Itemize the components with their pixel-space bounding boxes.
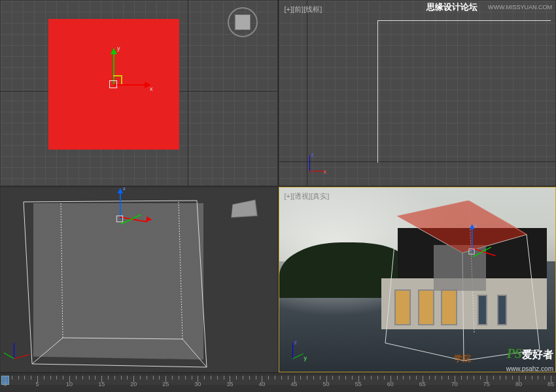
axis-vertical	[188, 1, 188, 186]
tick-label: 30	[194, 381, 201, 387]
window	[497, 295, 507, 325]
viewport-label[interactable]: [+][前][线框]	[285, 5, 322, 14]
tick-label: 5	[36, 381, 39, 387]
viewport-top[interactable]: x y	[0, 0, 278, 186]
tick-label: 20	[130, 381, 137, 387]
logo-text: 爱好者	[522, 349, 553, 360]
viewport-perspective[interactable]: z z y [+][透视][真实]	[279, 187, 557, 373]
mini-z	[309, 155, 310, 171]
tick-label: 80	[515, 381, 522, 387]
svg-line-1	[24, 202, 32, 364]
viewcube-persp[interactable]	[231, 199, 257, 218]
gizmo-center[interactable]	[116, 215, 123, 221]
mini-x	[309, 171, 325, 171]
viewcube-ring[interactable]	[228, 7, 258, 37]
gizmo-x-axis[interactable]	[113, 84, 146, 86]
timeline[interactable]: 0510152025303540455055606570758085	[0, 372, 556, 392]
box-front-face[interactable]	[434, 245, 486, 291]
window	[441, 289, 457, 325]
gizmo-y-arrow[interactable]	[111, 48, 117, 54]
window	[478, 295, 487, 325]
axis-label-y: y	[117, 45, 120, 52]
gizmo-z-axis[interactable]	[120, 191, 121, 219]
mini-z	[14, 343, 14, 359]
mini-y	[4, 353, 14, 359]
watermark-logo: PS爱好者 www.psahz.com	[506, 346, 553, 374]
logo-ps: PS	[507, 346, 522, 361]
axis-label-z: z	[474, 223, 476, 228]
timeline-track[interactable]	[0, 376, 556, 385]
tick-label: 70	[451, 381, 458, 387]
axis-label-x: x	[150, 86, 153, 92]
svg-line-0	[24, 201, 197, 202]
mini-y-label: y	[304, 355, 307, 361]
viewport-front[interactable]: z x [+][前][线框]	[279, 0, 557, 186]
tick-label: 15	[98, 381, 105, 387]
viewport-label[interactable]: [+][透视][真实]	[285, 191, 330, 201]
logo-url: www.psahz.com	[506, 365, 553, 372]
tick-label: 40	[258, 381, 265, 387]
watermark-domain: WWW.MISSYUAN.COM	[488, 4, 552, 10]
mini-z-label: z	[294, 339, 298, 346]
watermark-forum: 思缘设计论坛	[426, 1, 478, 13]
mini-x-label: x	[324, 169, 327, 175]
tick-label: 75	[483, 381, 490, 387]
viewcube-face[interactable]	[235, 14, 251, 30]
gizmo-z-arrow[interactable]	[470, 224, 475, 229]
mini-x	[14, 354, 29, 359]
tick-label: 0	[3, 381, 7, 387]
tick-label: 50	[323, 381, 330, 387]
gizmo-center[interactable]	[468, 248, 474, 254]
gizmo-center[interactable]	[109, 80, 117, 88]
window	[418, 289, 434, 325]
tick-label: 65	[419, 381, 426, 387]
box-shaded-face	[33, 203, 203, 360]
mini-z-label: z	[311, 152, 315, 158]
tick-label: 10	[66, 381, 73, 387]
watermark-academy: 学院	[454, 353, 471, 365]
tick-label: 85	[547, 381, 554, 387]
tick-label: 55	[355, 381, 362, 387]
mini-z	[292, 343, 293, 359]
axis-label-z: z	[123, 187, 126, 191]
tick-label: 60	[387, 381, 394, 387]
gizmo-x-arrow[interactable]	[146, 216, 152, 222]
viewcube[interactable]	[228, 7, 258, 37]
viewport-grid: x y z x [+][前][线框]	[0, 0, 556, 372]
tick-label: 45	[291, 381, 298, 387]
viewport-left[interactable]: z	[0, 187, 278, 373]
viewcube[interactable]	[228, 194, 258, 224]
svg-line-2	[32, 364, 207, 367]
window	[394, 289, 411, 325]
tick-label: 25	[162, 381, 169, 387]
box-wireframe-front[interactable]	[377, 20, 551, 163]
axis-vertical	[307, 1, 307, 186]
tick-label: 35	[226, 381, 233, 387]
gizmo-z-arrow[interactable]	[118, 188, 124, 193]
